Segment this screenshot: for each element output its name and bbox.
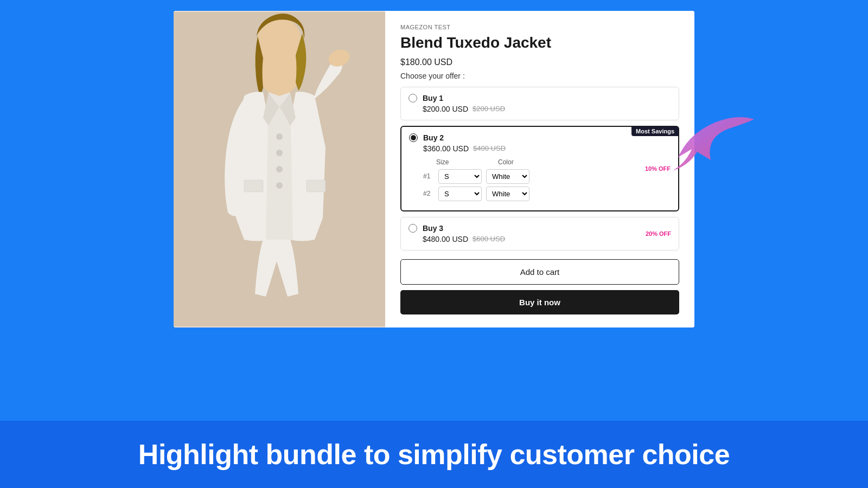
color-column-label: Color [498,158,547,166]
offer-box-buy3[interactable]: Buy 3 $480.00 USD $600 USD 20% OFF [400,217,679,251]
product-title: Blend Tuxedo Jacket [400,34,679,52]
tagline: Highlight bundle to simplify customer ch… [22,438,846,471]
top-section: MAGEZON TEST Blend Tuxedo Jacket $180.00… [0,0,868,421]
offer-radio-buy1[interactable] [409,94,417,102]
bottom-section: Highlight bundle to simplify customer ch… [0,421,868,488]
product-details: MAGEZON TEST Blend Tuxedo Jacket $180.00… [385,11,694,328]
svg-point-4 [276,150,283,156]
offer-original-price-buy2: $400 USD [473,144,506,152]
offer-current-price-buy1: $200.00 USD [423,105,468,113]
offer-original-price-buy1: $200 USD [473,105,505,113]
variant-row-2: #2 S M L XL White Black Blue [423,187,671,201]
offer-current-price-buy2: $360.00 USD [423,144,469,153]
offer-variants-buy2: Size Color #1 S M L XL [423,158,671,201]
product-image-area [174,11,385,328]
offer-title-buy2: Buy 2 [423,133,444,142]
svg-rect-8 [244,180,263,192]
choose-offer-label: Choose your offer : [400,72,679,80]
arrow-decoration [662,108,760,179]
offer-original-price-buy3: $600 USD [473,235,505,243]
offer-pricing-buy3: $480.00 USD $600 USD [423,235,671,243]
jacket-figure [174,11,385,328]
size-column-label: Size [436,158,485,166]
offer-pricing-buy2: $360.00 USD $400 USD [423,144,671,153]
offer-header-buy3: Buy 3 [409,224,671,233]
offer-header-buy1: Buy 1 [409,94,671,102]
store-name: MAGEZON TEST [400,24,679,30]
discount-badge-buy3: 20% OFF [646,230,671,237]
action-buttons: Add to cart Buy it now [400,259,679,314]
buy-now-button[interactable]: Buy it now [400,290,679,314]
color-select-row2[interactable]: White Black Blue [486,187,529,201]
variant-row-1: #1 S M L XL White Black Blue [423,169,671,184]
offer-radio-buy3[interactable] [409,224,417,233]
offer-radio-buy2[interactable] [409,133,418,142]
offer-title-buy1: Buy 1 [423,94,443,102]
size-select-row1[interactable]: S M L XL [438,169,482,184]
offer-pricing-buy1: $200.00 USD $200 USD [423,105,671,113]
svg-rect-9 [307,180,326,192]
svg-point-5 [276,166,283,172]
offer-options: Buy 1 $200.00 USD $200 USD Most Savings … [400,87,679,251]
product-price: $180.00 USD [400,57,679,67]
color-select-row1[interactable]: White Black Blue [486,169,529,184]
offer-box-buy2[interactable]: Most Savings Buy 2 $360.00 USD $400 USD … [400,126,679,211]
offer-box-buy1[interactable]: Buy 1 $200.00 USD $200 USD [400,87,679,120]
add-to-cart-button[interactable]: Add to cart [400,259,679,285]
offer-current-price-buy3: $480.00 USD [423,235,468,243]
svg-point-6 [276,182,283,189]
variant-row-headers: Size Color [423,158,671,166]
product-card: MAGEZON TEST Blend Tuxedo Jacket $180.00… [174,11,694,328]
svg-point-3 [276,133,283,140]
variant-row2-num: #2 [423,190,434,197]
variant-row1-num: #1 [423,172,434,180]
size-select-row2[interactable]: S M L XL [438,187,482,201]
offer-title-buy3: Buy 3 [423,224,443,233]
